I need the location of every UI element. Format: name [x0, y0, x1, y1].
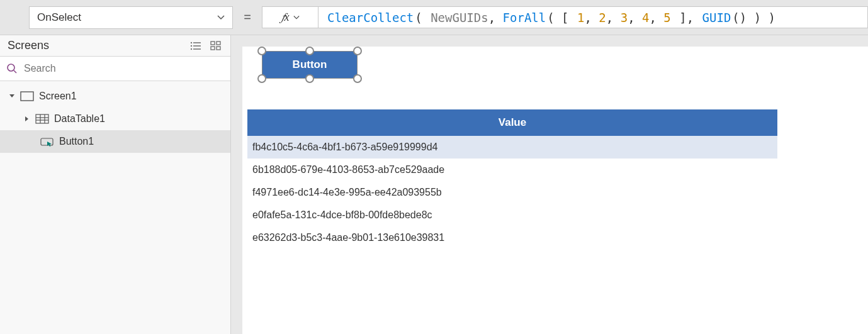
svg-rect-13: [36, 114, 48, 123]
formula-token: 2: [599, 11, 606, 25]
table-row[interactable]: f4971ee6-dc14-4e3e-995a-ee42a093955b: [247, 181, 777, 204]
formula-token: ,: [649, 11, 663, 25]
fx-dropdown[interactable]: 𝑓x: [262, 6, 318, 28]
formula-token: ClearCollect: [327, 11, 414, 25]
button-icon: [40, 136, 54, 147]
list-view-icon[interactable]: [190, 41, 201, 51]
svg-point-4: [191, 45, 192, 46]
tree-item-label: DataTable1: [54, 113, 105, 125]
formula-token: ],: [672, 11, 701, 25]
tree-item-datatable1[interactable]: DataTable1: [0, 108, 230, 130]
screen-canvas[interactable]: Button Value fb4c10c5-4c6a-4bf1-b673-a59…: [242, 47, 868, 334]
thumbnail-view-icon[interactable]: [210, 41, 222, 51]
button-label: Button: [293, 58, 327, 71]
selection-handle[interactable]: [353, 74, 362, 83]
datatable-control[interactable]: Value fb4c10c5-4c6a-4bf1-b673-a59e919999…: [247, 109, 777, 249]
search-icon: [6, 63, 18, 74]
tree-view: Screen1 DataTable1: [0, 81, 230, 153]
svg-rect-9: [217, 47, 220, 50]
svg-rect-8: [211, 47, 215, 50]
table-row[interactable]: 6b188d05-679e-4103-8653-ab7ce529aade: [247, 159, 777, 181]
svg-rect-12: [21, 92, 33, 101]
canvas-area[interactable]: Button Value fb4c10c5-4c6a-4bf1-b673-a59…: [231, 35, 868, 334]
formula-token: ForAll: [503, 11, 546, 25]
panel-title: Screens: [8, 39, 49, 52]
search-input[interactable]: [24, 63, 224, 74]
datatable-header[interactable]: Value: [247, 109, 777, 136]
svg-rect-7: [217, 42, 220, 45]
tree-item-button1[interactable]: Button1: [0, 130, 230, 153]
tree-view-panel: Screens: [0, 35, 231, 334]
selection-handle[interactable]: [305, 74, 314, 83]
svg-rect-18: [41, 138, 53, 145]
panel-header: Screens: [0, 35, 230, 56]
formula-token: 4: [642, 11, 649, 25]
formula-token: (: [415, 11, 429, 25]
svg-point-5: [191, 48, 192, 49]
formula-token: NewGUIDs: [431, 11, 488, 25]
formula-token: 3: [621, 11, 628, 25]
selection-handle[interactable]: [305, 47, 314, 55]
formula-token: ,: [584, 11, 599, 25]
formula-token: ,: [488, 11, 503, 25]
tree-item-label: Button1: [59, 136, 94, 147]
table-row[interactable]: fb4c10c5-4c6a-4bf1-b673-a59e919999d4: [247, 136, 777, 159]
selection-handle[interactable]: [353, 47, 362, 55]
svg-point-3: [191, 42, 192, 43]
table-row[interactable]: e63262d3-b5c3-4aae-9b01-13e610e39831: [247, 226, 777, 249]
property-dropdown[interactable]: OnSelect: [29, 6, 233, 29]
svg-line-11: [14, 70, 16, 73]
svg-rect-6: [211, 42, 215, 45]
chevron-down-icon: [293, 14, 300, 21]
formula-token: GUID: [702, 11, 731, 25]
formula-token: 5: [663, 11, 670, 25]
formula-token: 1: [577, 11, 584, 25]
screen-icon: [20, 91, 34, 102]
table-row[interactable]: e0fafe5a-131c-4dce-bf8b-00fde8bede8c: [247, 204, 777, 226]
formula-token: ( [: [547, 11, 576, 25]
formula-bar: OnSelect = 𝑓x ClearCollect( NewGUIDs, Fo…: [0, 0, 868, 35]
chevron-down-icon: [217, 14, 225, 21]
property-dropdown-value: OnSelect: [37, 11, 81, 24]
search-box[interactable]: [0, 56, 230, 81]
formula-token: () ) ): [732, 11, 775, 25]
formula-token: ,: [606, 11, 621, 25]
formula-input[interactable]: ClearCollect( NewGUIDs, ForAll( [ 1, 2, …: [318, 6, 868, 28]
tree-item-screen1[interactable]: Screen1: [0, 85, 230, 108]
caret-down-icon: [9, 93, 15, 99]
fx-icon: 𝑓x: [281, 11, 290, 24]
svg-point-10: [8, 64, 14, 71]
selection-handle[interactable]: [257, 74, 266, 83]
caret-right-icon: [24, 116, 30, 122]
tree-item-label: Screen1: [39, 91, 77, 102]
selection-handle[interactable]: [257, 47, 266, 55]
table-icon: [35, 113, 49, 125]
equals-label: =: [233, 6, 262, 28]
formula-token: ,: [628, 11, 642, 25]
datatable-header-label: Value: [499, 116, 526, 129]
